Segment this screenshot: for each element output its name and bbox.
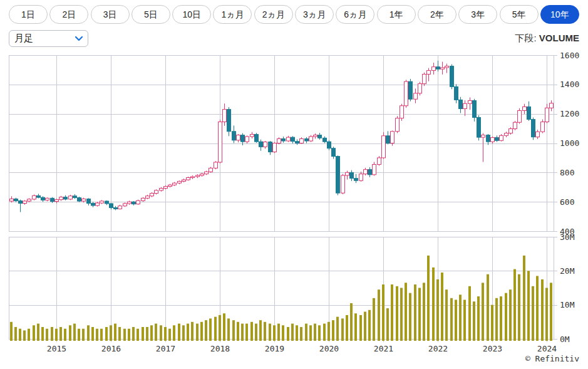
range-button-2d[interactable]: 2日: [49, 5, 88, 24]
price-volume-chart[interactable]: 2015201620172018201920202021202220232024…: [0, 50, 588, 369]
svg-text:1400: 1400: [560, 80, 579, 89]
svg-text:2017: 2017: [156, 344, 175, 353]
y-axis-volume: 0M10M20M30M: [554, 232, 575, 344]
svg-text:10M: 10M: [560, 300, 575, 309]
pane-borders: [9, 56, 554, 340]
svg-text:2022: 2022: [428, 344, 448, 353]
svg-text:2018: 2018: [210, 344, 230, 353]
lower-pane-label: 下段:: [515, 33, 536, 43]
range-button-2y[interactable]: 2年: [418, 5, 456, 24]
svg-text:2015: 2015: [47, 344, 66, 353]
svg-text:0M: 0M: [560, 335, 570, 344]
range-button-5d[interactable]: 5日: [132, 5, 170, 24]
range-button-6mo[interactable]: 6ヵ月: [336, 5, 374, 24]
svg-text:1000: 1000: [560, 138, 579, 148]
x-axis: 2015201620172018201920202021202220232024: [47, 339, 557, 353]
svg-text:1600: 1600: [560, 51, 579, 60]
volume-series: [10, 256, 552, 341]
range-button-10y[interactable]: 10年: [540, 5, 579, 24]
gridlines: [9, 55, 554, 339]
svg-text:2021: 2021: [374, 344, 393, 353]
svg-text:2024: 2024: [537, 344, 557, 353]
svg-text:600: 600: [560, 197, 574, 207]
svg-text:2020: 2020: [319, 344, 339, 353]
lower-pane-indicator: 下段: VOLUME: [515, 33, 579, 44]
range-button-2mo[interactable]: 2ヵ月: [254, 5, 293, 24]
range-button-5y[interactable]: 5年: [500, 5, 539, 24]
range-button-3d[interactable]: 3日: [91, 5, 130, 24]
svg-text:2019: 2019: [265, 344, 284, 353]
candlestick-series: [10, 61, 554, 212]
chevron-down-icon: [75, 36, 83, 41]
y-axis-price: 4006008001000120014001600: [554, 51, 579, 236]
chart-area: 2015201620172018201920202021202220232024…: [0, 50, 588, 369]
svg-text:20M: 20M: [560, 266, 575, 276]
range-button-1y[interactable]: 1年: [377, 5, 416, 24]
lower-pane-value: VOLUME: [539, 33, 579, 43]
range-button-1mo[interactable]: 1ヵ月: [213, 5, 252, 24]
svg-text:30M: 30M: [560, 232, 575, 242]
range-button-1d[interactable]: 1日: [9, 5, 48, 24]
chart-controls: 月足 下段: VOLUME: [9, 29, 579, 47]
svg-text:2023: 2023: [483, 344, 502, 353]
svg-text:2016: 2016: [101, 344, 121, 353]
copyright-refinitiv: © Refinitiv: [525, 354, 579, 363]
svg-text:800: 800: [560, 168, 574, 177]
svg-text:1200: 1200: [560, 109, 579, 118]
range-button-3mo[interactable]: 3ヵ月: [295, 5, 334, 24]
timeframe-select[interactable]: 月足: [9, 30, 88, 47]
range-button-10d[interactable]: 10日: [172, 5, 211, 24]
timeframe-value: 月足: [14, 33, 33, 44]
range-button-3y[interactable]: 3年: [458, 5, 497, 24]
range-toolbar: 1日2日3日5日10日1ヵ月2ヵ月3ヵ月6ヵ月1年2年3年5年10年: [0, 0, 588, 24]
